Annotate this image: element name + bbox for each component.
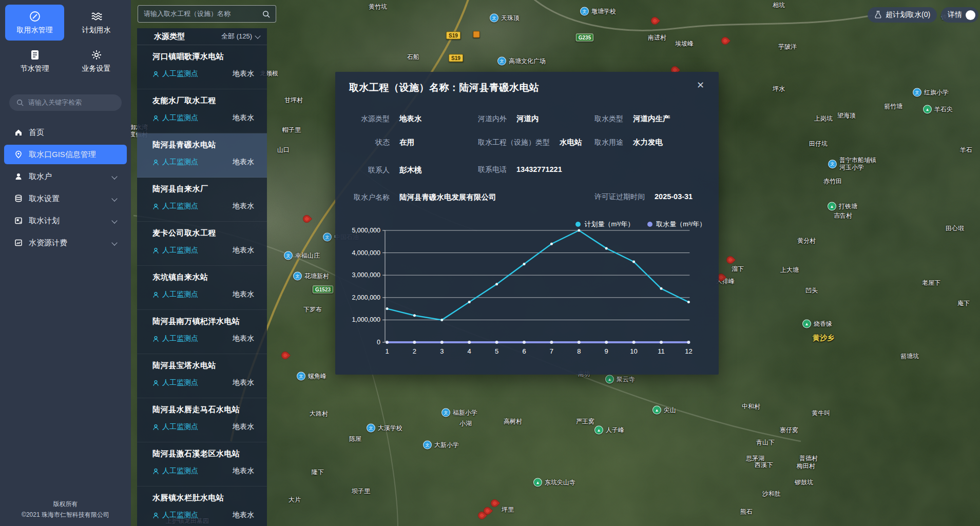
poi-label: 东坑尖山寺 xyxy=(545,479,575,486)
poi-label: 福新小学 xyxy=(453,409,477,416)
copyright-line2: ©2021 珠海市仁智科技有限公司 xyxy=(0,510,131,520)
school-icon: 文 xyxy=(828,160,837,169)
user-icon xyxy=(14,172,23,181)
station-list-item[interactable]: 陆河县青磤水电站 人工监测点 地表水 xyxy=(137,133,267,178)
svg-text:0: 0 xyxy=(377,339,380,346)
map-place-label: 坝子里 xyxy=(352,488,370,495)
station-name: 陆河县自来水厂 xyxy=(152,184,254,194)
map-poi-marker-blue[interactable]: 文天珠顶 xyxy=(490,14,520,23)
map-poi-marker-blue[interactable]: 文大新小学 xyxy=(423,441,459,450)
station-list-item[interactable]: 陆河县宝塔水电站 人工监测点 地表水 xyxy=(137,354,267,398)
map-place-label: 埃坡峰 xyxy=(675,40,694,47)
map-poi-marker-green[interactable]: ▲东坑尖山寺 xyxy=(533,478,575,487)
map-poi-marker-green[interactable]: ▲人子峰 xyxy=(594,426,624,435)
map-poi-marker-blue[interactable]: 文墩塘学校 xyxy=(580,7,616,16)
field-河道内外: 河道内外 河道内 xyxy=(478,114,539,124)
map-place-label: 赤竹田 xyxy=(823,178,842,185)
poi-label: 幸福山庄 xyxy=(295,252,320,259)
map-poi-marker-green[interactable]: ▲尖山 xyxy=(652,406,676,415)
station-list-item[interactable]: 友能水厂取水工程 人工监测点 地表水 xyxy=(137,89,267,133)
station-name: 陆河县宝塔水电站 xyxy=(152,361,254,371)
legend-dot xyxy=(575,222,581,227)
red-map-pin[interactable] xyxy=(720,35,731,46)
svg-text:4,000,000: 4,000,000 xyxy=(352,249,380,257)
map-poi-marker-green[interactable]: ▲烧香缘 xyxy=(802,320,832,328)
red-map-pin[interactable] xyxy=(725,255,736,265)
station-list-item[interactable]: 东坑镇自来水站 人工监测点 地表水 xyxy=(137,266,267,310)
field-取水用途: 取水用途 水力发电 xyxy=(594,138,663,147)
sidebar-item-4[interactable]: 取水设置 xyxy=(4,189,127,208)
station-list-item[interactable]: 陆河县水唇走马石水电站 人工监测点 地表水 xyxy=(137,398,267,442)
map-poi-marker-blue[interactable]: 文大溪学校 xyxy=(367,424,402,433)
svg-text:7: 7 xyxy=(550,347,553,355)
source-type-dropdown[interactable]: 全部 (125) xyxy=(221,32,260,41)
map-poi-marker-blue[interactable]: 文螺角峰 xyxy=(297,372,326,381)
sidebar-item-5[interactable]: 取水计划 xyxy=(4,211,127,230)
school-icon: 文 xyxy=(490,14,498,23)
map-place-label: 坪水 xyxy=(773,85,785,92)
map-place-label: 坪里 xyxy=(502,506,514,513)
station-list-item[interactable]: 水唇镇水栏肚水电站 人工监测点 地表水 xyxy=(137,486,267,526)
map-poi-marker-green[interactable]: ▲打铁塘 xyxy=(828,202,857,211)
school-icon: 文 xyxy=(497,57,506,66)
map-poi-marker-blue[interactable]: 文花塘新村 xyxy=(293,272,329,281)
person-icon xyxy=(152,291,159,298)
svg-text:5: 5 xyxy=(495,347,498,355)
station-list-item[interactable]: 陆河县激石溪老区水电站 人工监测点 地表水 xyxy=(137,442,267,486)
red-map-pin[interactable] xyxy=(280,350,291,361)
station-name: 东坑镇自来水站 xyxy=(152,272,254,282)
map-place-label: 田仔坑 xyxy=(809,140,828,147)
poi-label: 天珠顶 xyxy=(501,14,520,22)
monitor-type: 人工监测点 xyxy=(152,202,198,211)
map-poi-marker-blue[interactable]: 文福新小学 xyxy=(441,408,477,417)
school-icon: 文 xyxy=(441,408,450,417)
sidebar-search-input[interactable]: 请输入关键字检索 xyxy=(9,94,122,111)
station-list-item[interactable]: 麦卡公司取水工程 人工监测点 地表水 xyxy=(137,222,267,266)
water-source-type: 地表水 xyxy=(233,290,254,299)
map-poi-marker-blue[interactable]: 文高塘文化广场 xyxy=(497,57,546,66)
sidebar-item-1[interactable]: 首页 xyxy=(4,123,127,142)
app-tile-3[interactable]: 节水管理 xyxy=(5,43,64,79)
field-value: 水电站 xyxy=(560,138,582,147)
water-source-type: 地表水 xyxy=(233,511,254,520)
school-icon: 文 xyxy=(367,424,375,433)
water-source-type: 地表水 xyxy=(233,69,254,79)
station-search-input[interactable]: 请输入取水工程（设施）名称 xyxy=(138,5,276,23)
station-list-item[interactable]: 河口镇唱歌潭水电站 人工监测点 地表水 xyxy=(137,45,267,89)
close-icon[interactable]: ✕ xyxy=(697,81,704,90)
school-icon: 文 xyxy=(913,88,921,97)
station-list-item[interactable]: 陆河县南万镇杞洋水电站 人工监测点 地表水 xyxy=(137,310,267,354)
red-map-pin[interactable] xyxy=(649,15,660,26)
poi-label: 打铁塘 xyxy=(839,203,857,210)
map-place-label: 寨仔窝 xyxy=(780,426,798,434)
red-map-pin[interactable] xyxy=(489,498,500,509)
poi-label: 高塘文化广场 xyxy=(509,57,546,65)
field-value: 河道内 xyxy=(516,114,539,124)
app-tile-2[interactable]: 计划用水 xyxy=(67,5,126,41)
map-poi-marker-blue[interactable]: 文红旗小学 xyxy=(913,88,949,97)
map-place-label: 隆下 xyxy=(312,469,324,476)
map-poi-marker-blue[interactable]: 文幸福山庄 xyxy=(284,251,320,260)
map-place-label: 严王窝 xyxy=(576,418,594,425)
db-icon xyxy=(14,194,23,203)
chevron-down-icon xyxy=(111,240,117,245)
pin-icon xyxy=(14,150,23,159)
map-poi-marker-green[interactable]: ▲羊石尖 xyxy=(923,105,953,114)
map-place-label: 溜下 xyxy=(732,265,744,272)
red-map-pin[interactable] xyxy=(301,213,312,224)
sidebar-item-2[interactable]: 取水口GIS信息管理 xyxy=(4,145,127,164)
app-tile-1[interactable]: 取用水管理 xyxy=(5,5,64,41)
school-icon: 文 xyxy=(293,272,302,281)
station-name: 河口镇唱歌潭水电站 xyxy=(152,52,254,62)
map-poi-marker-green[interactable]: ▲聚云寺 xyxy=(605,375,635,384)
app-tile-label: 业务设置 xyxy=(82,64,111,73)
school-icon: 文 xyxy=(423,441,432,450)
map-poi-marker-blue[interactable]: 文普宁市船埔镇 河玉小学 xyxy=(828,157,876,171)
toggle-knob[interactable] xyxy=(966,10,975,20)
sidebar-item-6[interactable]: 水资源计费 xyxy=(4,233,127,252)
app-tile-4[interactable]: 业务设置 xyxy=(67,43,126,79)
over-plan-alert-button[interactable]: 超计划取水(0) xyxy=(868,7,937,23)
station-list-item[interactable]: 陆河县自来水厂 人工监测点 地表水 xyxy=(137,178,267,222)
detail-toggle[interactable]: 详情 xyxy=(941,7,978,23)
sidebar-item-3[interactable]: 取水户 xyxy=(4,167,127,186)
